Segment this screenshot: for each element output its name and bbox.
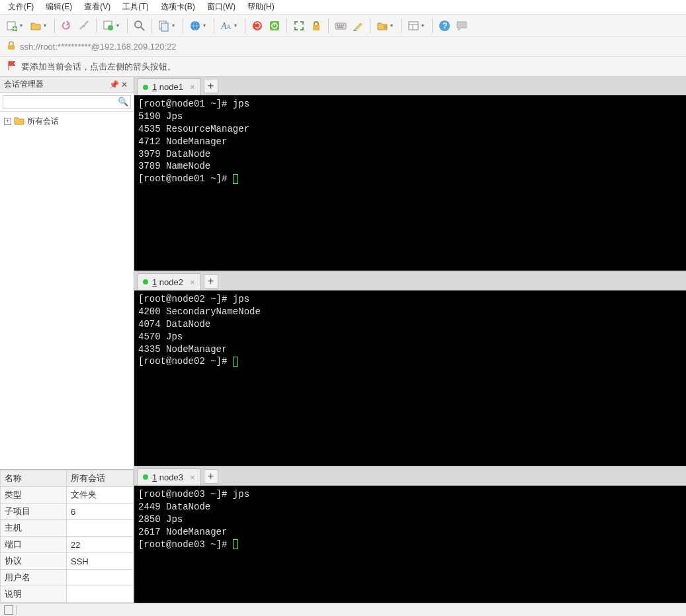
disconnect-icon[interactable]: [77, 19, 91, 32]
close-icon[interactable]: ✕: [119, 79, 130, 90]
new-tab-button[interactable]: +: [204, 469, 218, 484]
new-session-dropdown[interactable]: ▾: [20, 19, 25, 32]
svg-rect-19: [343, 24, 344, 26]
layout-dropdown[interactable]: ▾: [421, 19, 427, 32]
menu-window[interactable]: 窗口(W): [202, 0, 241, 14]
new-tab-button[interactable]: +: [204, 79, 218, 93]
prop-key: 子项目: [1, 504, 67, 520]
address-bar: ssh://root:**********@192.168.209.120:22: [0, 37, 686, 57]
svg-rect-14: [313, 25, 320, 30]
prop-val: 文件夹: [67, 487, 134, 504]
chat-icon[interactable]: [455, 19, 468, 32]
fullscreen-icon[interactable]: [292, 19, 306, 32]
tab-node2[interactable]: 1 node2 ×: [137, 273, 201, 290]
search-icon[interactable]: [133, 19, 146, 32]
tab-node3[interactable]: 1 node3 ×: [137, 468, 201, 486]
magnifier-icon[interactable]: 🔍: [118, 97, 128, 107]
properties-icon[interactable]: [102, 19, 115, 32]
tab-label: node2: [159, 277, 183, 287]
session-tree[interactable]: + 所有会话: [0, 112, 134, 469]
menu-file[interactable]: 文件(F): [3, 0, 39, 14]
tab-label: node1: [159, 82, 183, 92]
terminal-3[interactable]: [root@node03 ~]# jps 2449 DataNode 2850 …: [134, 486, 686, 603]
prop-header-key: 名称: [1, 470, 67, 487]
search-input[interactable]: [3, 95, 131, 109]
cursor-icon: [233, 174, 238, 184]
menu-help[interactable]: 帮助(H): [242, 0, 280, 14]
folder-star-icon[interactable]: ★: [376, 19, 389, 32]
properties-dropdown[interactable]: ▾: [116, 19, 122, 32]
tab-node1[interactable]: 1 node1 ×: [137, 78, 201, 95]
menu-bar: 文件(F) 编辑(E) 查看(V) 工具(T) 选项卡(B) 窗口(W) 帮助(…: [0, 0, 686, 15]
terminal-2[interactable]: [root@node02 ~]# jps 4200 SecondaryNameN…: [134, 290, 686, 466]
status-bar: [0, 603, 686, 616]
terminals-area: 1 node1 × + [root@node01 ~]# jps 5190 Jp…: [134, 77, 686, 603]
status-dot-icon: [143, 85, 148, 90]
font-icon[interactable]: AA: [220, 19, 233, 32]
globe-icon[interactable]: [189, 19, 202, 32]
prop-header-val: 所有会话: [67, 470, 134, 487]
prop-val: [67, 570, 134, 586]
terminal-1[interactable]: [root@node01 ~]# jps 5190 Jps 4535 Resou…: [134, 95, 686, 271]
open-icon[interactable]: [29, 19, 42, 32]
address-text[interactable]: ssh://root:**********@192.168.209.120:22: [20, 42, 177, 52]
menu-tabs[interactable]: 选项卡(B): [155, 0, 200, 14]
tabbar-2: 1 node2 × +: [134, 272, 686, 290]
menu-view[interactable]: 查看(V): [79, 0, 116, 14]
session-manager-title: 会话管理器: [4, 79, 108, 90]
statusbar-icon[interactable]: [4, 605, 13, 615]
prop-key: 说明: [1, 586, 67, 603]
layout-icon[interactable]: [407, 19, 420, 32]
tab-index: 1: [152, 82, 157, 92]
lock-icon[interactable]: [310, 19, 323, 32]
session-manager-header: 会话管理器 📌 ✕: [0, 77, 134, 93]
tab-label: node3: [159, 472, 183, 482]
folder-star-dropdown[interactable]: ▾: [390, 19, 396, 32]
new-session-icon[interactable]: [5, 19, 19, 32]
svg-rect-18: [341, 24, 342, 26]
properties-panel: 名称 所有会话 类型文件夹 子项目6 主机 端口22 协议SSH 用户名 说明: [0, 469, 134, 603]
font-dropdown[interactable]: ▾: [234, 19, 239, 32]
tab-close-icon[interactable]: ×: [190, 472, 195, 482]
copy-icon[interactable]: [157, 19, 171, 32]
menu-edit[interactable]: 编辑(E): [40, 0, 77, 14]
status-dot-icon: [143, 474, 148, 480]
green-power-icon[interactable]: [268, 19, 281, 32]
terminal-block-3: 1 node3 × + [root@node03 ~]# jps 2449 Da…: [134, 467, 686, 603]
copy-dropdown[interactable]: ▾: [172, 19, 177, 32]
tabbar-1: 1 node1 × +: [134, 77, 686, 95]
tab-close-icon[interactable]: ×: [190, 277, 195, 287]
tab-close-icon[interactable]: ×: [190, 82, 195, 92]
flag-icon[interactable]: [7, 60, 17, 73]
svg-rect-22: [409, 22, 418, 30]
terminal-block-2: 1 node2 × + [root@node02 ~]# jps 4200 Se…: [134, 272, 686, 466]
toolbar: ▾ ▾ ▾ ▾ ▾ AA ▾ ★ ▾ ▾ ?: [0, 15, 686, 37]
svg-point-2: [83, 24, 85, 27]
terminal-block-1: 1 node1 × + [root@node01 ~]# jps 5190 Jp…: [134, 77, 686, 271]
help-icon[interactable]: ?: [438, 19, 451, 32]
svg-point-5: [135, 21, 142, 28]
pin-icon[interactable]: 📌: [108, 79, 119, 90]
menu-tools[interactable]: 工具(T): [117, 0, 153, 14]
reconnect-icon[interactable]: [60, 19, 73, 32]
prop-val: 22: [67, 537, 134, 553]
hint-bar: 要添加当前会话，点击左侧的箭头按钮。: [0, 57, 686, 77]
highlighter-icon[interactable]: [351, 19, 364, 32]
open-dropdown[interactable]: ▾: [44, 19, 49, 32]
keyboard-icon[interactable]: [334, 19, 347, 32]
tabbar-3: 1 node3 × +: [134, 467, 686, 486]
session-search: 🔍: [0, 93, 134, 112]
tree-root-row[interactable]: + 所有会话: [3, 114, 131, 128]
main-area: 会话管理器 📌 ✕ 🔍 + 所有会话 名称 所有会话 类型文件夹 子项目6: [0, 77, 686, 603]
prop-key: 类型: [1, 487, 67, 504]
red-swirl-icon[interactable]: [251, 19, 264, 32]
status-dot-icon: [143, 279, 148, 285]
new-tab-button[interactable]: +: [204, 274, 218, 288]
prop-key: 主机: [1, 520, 67, 537]
tree-root-label: 所有会话: [27, 116, 59, 127]
lock-small-icon: [7, 41, 16, 52]
tree-expand-icon[interactable]: +: [4, 118, 11, 125]
sidebar: 会话管理器 📌 ✕ 🔍 + 所有会话 名称 所有会话 类型文件夹 子项目6: [0, 77, 134, 603]
svg-text:★: ★: [382, 24, 388, 30]
globe-dropdown[interactable]: ▾: [203, 19, 208, 32]
